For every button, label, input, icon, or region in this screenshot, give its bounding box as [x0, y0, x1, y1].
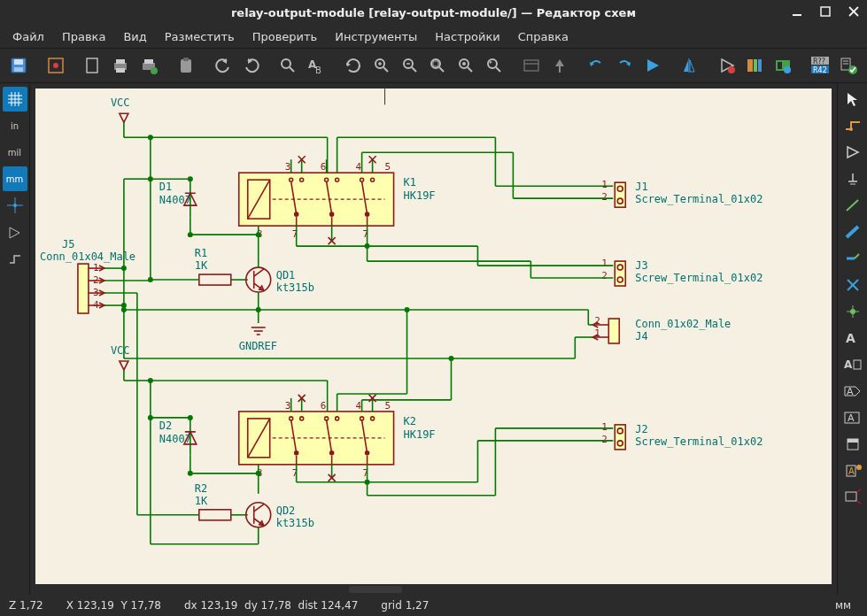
minimize-button[interactable]: [789, 4, 805, 19]
add-hier-label-tool[interactable]: A: [840, 405, 865, 430]
unit-mm[interactable]: mm: [3, 166, 27, 191]
horizontal-scrollbar[interactable]: [349, 586, 402, 593]
mirror-icon[interactable]: [677, 52, 703, 79]
menu-edit[interactable]: Правка: [55, 28, 112, 45]
hidden-pins-toggle[interactable]: [3, 219, 27, 244]
footprint-assign-icon[interactable]: [714, 52, 740, 79]
component-J4[interactable]: [608, 319, 619, 343]
svg-text:2: 2: [601, 434, 608, 445]
add-global-label-tool[interactable]: A: [840, 379, 865, 404]
val-K1: HK19F: [404, 189, 436, 202]
component-J3[interactable]: [615, 261, 625, 286]
svg-line-265: [254, 504, 264, 512]
save-icon[interactable]: [5, 52, 32, 79]
page-settings-icon[interactable]: [80, 52, 106, 79]
component-R2[interactable]: [199, 510, 231, 520]
schematic-setup-icon[interactable]: [43, 52, 69, 79]
find-icon[interactable]: [275, 52, 301, 79]
val-K2: HK19F: [404, 428, 436, 441]
menu-inspect[interactable]: Проверить: [245, 28, 325, 45]
menu-view[interactable]: Вид: [116, 28, 153, 45]
find-replace-icon[interactable]: AB: [303, 52, 329, 79]
unit-in[interactable]: in: [3, 113, 27, 138]
component-J5[interactable]: [78, 264, 89, 313]
paste-icon[interactable]: [173, 52, 199, 79]
zoom-objects-icon[interactable]: [453, 52, 479, 79]
svg-rect-299: [848, 439, 858, 443]
menu-help[interactable]: Справка: [511, 28, 576, 45]
close-button[interactable]: [846, 4, 862, 19]
menu-place[interactable]: Разместить: [158, 28, 242, 45]
label-vcc1: VCC: [111, 96, 130, 109]
symbol-editor-icon[interactable]: [742, 52, 769, 79]
delete-tool[interactable]: [840, 485, 865, 510]
select-tool[interactable]: [840, 87, 865, 112]
erc-icon[interactable]: [835, 52, 862, 79]
svg-text:3: 3: [285, 161, 291, 173]
component-J2[interactable]: [615, 425, 625, 450]
maximize-button[interactable]: [817, 4, 833, 19]
pcb-update-icon[interactable]: [770, 52, 796, 79]
undo-icon[interactable]: [210, 52, 236, 79]
add-sheet-tool[interactable]: [840, 432, 865, 457]
highlight-net-tool[interactable]: [840, 113, 865, 138]
add-netclass-tool[interactable]: A: [840, 352, 865, 377]
svg-line-27: [412, 67, 416, 72]
add-wire-tool[interactable]: [840, 193, 865, 218]
plot-icon[interactable]: [135, 52, 162, 79]
svg-rect-17: [183, 58, 189, 61]
zoom-out-icon[interactable]: [397, 52, 423, 79]
svg-line-36: [496, 67, 500, 72]
navigate-up-icon[interactable]: [546, 52, 573, 79]
free-angle-toggle[interactable]: [3, 246, 27, 271]
add-junction-tool[interactable]: [840, 299, 865, 324]
refresh-icon[interactable]: [340, 52, 367, 79]
svg-rect-303: [846, 492, 856, 501]
svg-text:R42: R42: [813, 66, 827, 74]
menu-file[interactable]: Файл: [5, 28, 51, 45]
add-label-tool[interactable]: A: [840, 326, 865, 350]
zoom-selection-icon[interactable]: [481, 52, 507, 79]
unit-mil[interactable]: mil: [3, 140, 27, 165]
component-QD2[interactable]: [246, 503, 271, 527]
svg-text:5: 5: [385, 400, 391, 412]
component-QD1[interactable]: [246, 267, 271, 292]
menu-tools[interactable]: Инструменты: [328, 28, 424, 45]
annotate-icon[interactable]: R??R42: [807, 52, 833, 79]
ref-R1: R1: [195, 247, 207, 259]
svg-point-15: [151, 67, 158, 74]
add-power-tool[interactable]: [840, 166, 865, 191]
menu-preferences[interactable]: Настройки: [428, 28, 507, 45]
add-bus-tool[interactable]: [840, 219, 865, 244]
print-icon[interactable]: [107, 52, 134, 79]
zoom-in-icon[interactable]: [368, 52, 395, 79]
svg-point-46: [784, 66, 791, 73]
redo-zoom-icon[interactable]: [611, 52, 638, 79]
component-R1[interactable]: [199, 274, 231, 285]
import-sheet-pin-tool[interactable]: A: [840, 458, 865, 483]
svg-text:A: A: [844, 358, 853, 371]
svg-text:1: 1: [601, 258, 608, 269]
svg-line-133: [254, 269, 264, 276]
canvas-viewport[interactable]: VCC D1 N4007: [30, 83, 837, 595]
svg-text:R??: R??: [813, 58, 825, 65]
ref-D1: D1: [159, 181, 172, 193]
add-noconnect-tool[interactable]: [840, 273, 865, 297]
svg-rect-5: [14, 59, 23, 65]
grid-toggle[interactable]: [3, 87, 27, 112]
navigate-back-icon[interactable]: [518, 52, 545, 79]
run-simulator-icon[interactable]: [639, 52, 666, 79]
schematic-canvas[interactable]: VCC D1 N4007: [35, 89, 832, 584]
component-K2[interactable]: [239, 412, 394, 465]
undo-zoom-icon[interactable]: [584, 52, 610, 79]
zoom-fit-icon[interactable]: [424, 52, 451, 79]
add-symbol-tool[interactable]: [840, 140, 865, 165]
redo-icon[interactable]: [238, 52, 265, 79]
add-bus-entry-tool[interactable]: [840, 246, 865, 271]
power-gndref[interactable]: [252, 327, 266, 335]
val-J1: Screw_Terminal_01x02: [635, 193, 762, 205]
component-J1[interactable]: [615, 182, 625, 207]
component-K1[interactable]: [239, 173, 394, 226]
cursor-shape-toggle[interactable]: [3, 193, 27, 218]
svg-point-291: [850, 309, 855, 314]
